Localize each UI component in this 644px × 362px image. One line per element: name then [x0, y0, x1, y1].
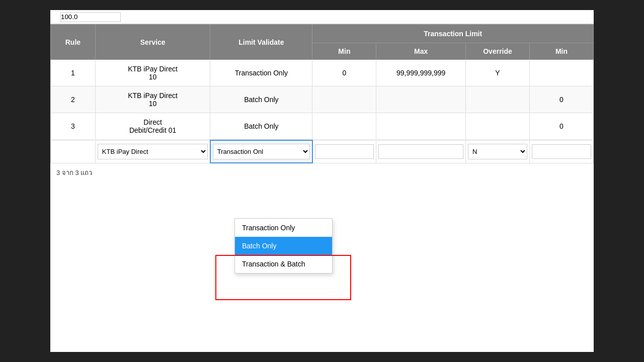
- cell-2-0: 3: [51, 113, 96, 140]
- cell-2-4: [376, 113, 466, 140]
- cell-1-6: 0: [530, 86, 594, 113]
- top-input[interactable]: [60, 12, 121, 22]
- table-row: 1KTB iPay Direct10Transaction Only099,99…: [51, 60, 594, 86]
- cell-1-4: [376, 86, 466, 113]
- table-row: 3DirectDebit/Credit 01Batch Only0: [51, 113, 594, 140]
- cell-0-0: 1: [51, 60, 96, 86]
- limit-validate-dropdown[interactable]: Transaction Only Batch Only Transaction …: [234, 218, 333, 274]
- table-row: 2KTB iPay Direct10Batch Only0: [51, 86, 594, 113]
- cell-0-2: Transaction Only: [210, 60, 312, 86]
- service-select[interactable]: KTB iPay Direct: [98, 144, 208, 159]
- cell-2-3: [312, 113, 376, 140]
- edit-cell-min[interactable]: [312, 140, 376, 163]
- col-header-max: Max: [376, 43, 466, 60]
- edit-row: KTB iPay Direct Transaction Onl: [51, 140, 594, 163]
- main-container: Rule Service Limit Validate Transaction …: [50, 10, 594, 352]
- min-input[interactable]: [315, 144, 374, 159]
- cell-1-5: [466, 86, 530, 113]
- override-select[interactable]: N Y: [468, 144, 527, 159]
- cell-1-0: 2: [51, 86, 96, 113]
- cell-1-2: Batch Only: [210, 86, 312, 113]
- edit-cell-min2[interactable]: [530, 140, 594, 163]
- col-header-min: Min: [312, 43, 376, 60]
- dropdown-option-transaction-batch[interactable]: Transaction & Batch: [235, 255, 332, 273]
- dropdown-option-batch-only[interactable]: Batch Only: [235, 237, 332, 255]
- cell-2-1: DirectDebit/Credit 01: [95, 113, 210, 140]
- col-header-service: Service: [95, 25, 210, 60]
- cell-1-3: [312, 86, 376, 113]
- cell-2-2: Batch Only: [210, 113, 312, 140]
- col-header-override: Override: [466, 43, 530, 60]
- cell-0-5: Y: [466, 60, 530, 86]
- cell-0-4: 99,999,999,999: [376, 60, 466, 86]
- table-wrapper: Rule Service Limit Validate Transaction …: [50, 24, 594, 140]
- col-header-transaction-limit: Transaction Limit: [312, 25, 594, 43]
- min2-input[interactable]: [532, 144, 591, 159]
- col-header-limit-validate: Limit Validate: [210, 25, 312, 60]
- edit-cell-max[interactable]: [376, 140, 466, 163]
- cell-1-1: KTB iPay Direct10: [95, 86, 210, 113]
- col-header-min2: Min: [530, 43, 594, 60]
- edit-cell-limit[interactable]: Transaction Onl: [210, 140, 312, 163]
- pagination-text: 3 จาก 3 แถว: [56, 169, 92, 176]
- dropdown-option-transaction-only[interactable]: Transaction Only: [235, 219, 332, 237]
- cell-0-6: [530, 60, 594, 86]
- edit-cell-service[interactable]: KTB iPay Direct: [95, 140, 210, 163]
- cell-2-5: [466, 113, 530, 140]
- edit-cell-override[interactable]: N Y: [466, 140, 530, 163]
- top-stub: [50, 10, 594, 24]
- max-input[interactable]: [378, 144, 463, 159]
- limit-validate-select[interactable]: Transaction Onl: [213, 144, 310, 159]
- main-table: Rule Service Limit Validate Transaction …: [50, 24, 594, 140]
- edit-cell-rule: [51, 140, 96, 163]
- cell-0-3: 0: [312, 60, 376, 86]
- cell-0-1: KTB iPay Direct10: [95, 60, 210, 86]
- pagination-bar: 3 จาก 3 แถว: [50, 163, 594, 182]
- col-header-rule: Rule: [51, 25, 96, 60]
- cell-2-6: 0: [530, 113, 594, 140]
